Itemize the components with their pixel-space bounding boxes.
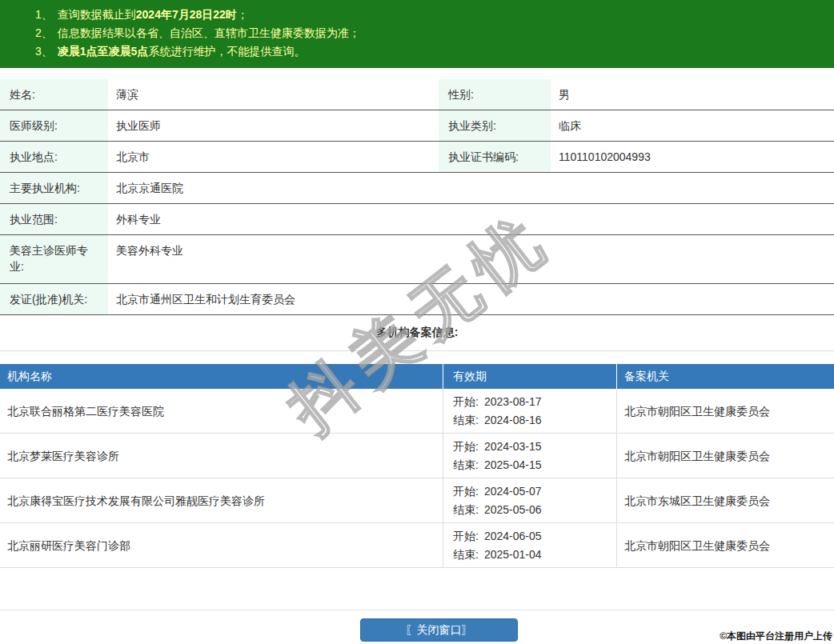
header-validity-period: 有效期 <box>443 364 616 389</box>
header-filing-authority: 备案机关 <box>616 364 834 389</box>
practice-category-label: 执业类别: <box>439 110 551 141</box>
name-label: 姓名: <box>0 79 108 110</box>
main-institution-label: 主要执业机构: <box>0 173 108 203</box>
gender-label: 性别: <box>439 79 551 110</box>
start-date-line: 开始:2024-06-05 <box>453 527 542 546</box>
end-date: 2024-08-16 <box>484 414 542 426</box>
end-date-line: 结束:2024-08-16 <box>453 411 542 430</box>
profile-row-name-gender: 姓名: 薄滨 性别: 男 <box>0 79 834 110</box>
notice-number: 1、 <box>35 8 53 21</box>
start-date: 2024-05-07 <box>484 485 542 498</box>
practice-scope-value: 外科专业 <box>108 204 834 234</box>
start-label: 开始: <box>453 440 479 453</box>
notice-line-2: 2、信息数据结果以各省、自治区、直辖市卫生健康委数据为准； <box>35 24 818 42</box>
gender-value: 男 <box>551 79 834 110</box>
start-date-line: 开始:2024-05-07 <box>453 482 542 501</box>
issuing-authority-label: 发证(批准)机关: <box>0 284 108 314</box>
validity-period: 开始:2024-06-05 结束:2025-01-04 <box>443 523 616 567</box>
doctor-level-label: 医师级别: <box>0 110 108 141</box>
org-name: 北京丽研医疗美容门诊部 <box>0 523 443 567</box>
filing-row-4: 北京丽研医疗美容门诊部 开始:2024-06-05 结束:2025-01-04 … <box>0 523 834 568</box>
filing-row-3: 北京康得宝医疗技术发展有限公司雅靓医疗美容诊所 开始:2024-05-07 结束… <box>0 478 834 523</box>
notice-text: 信息数据结果以各省、自治区、直辖市卫生健康委数据为准； <box>58 26 360 39</box>
notice-text-bold: 2024年7月28日22时 <box>136 8 237 21</box>
doctor-profile-table: 姓名: 薄滨 性别: 男 医师级别: 执业医师 执业类别: 临床 执业地点: 北… <box>0 79 834 315</box>
filing-authority: 北京市朝阳区卫生健康委员会 <box>616 434 834 478</box>
header-org-name: 机构名称 <box>0 364 443 389</box>
start-date: 2023-08-17 <box>484 395 542 408</box>
footer-divider <box>0 610 834 610</box>
end-label: 结束: <box>453 548 479 561</box>
notice-banner: 1、查询数据截止到2024年7月28日22时； 2、信息数据结果以各省、自治区、… <box>0 0 834 68</box>
close-window-button[interactable]: 〖关闭窗口〗 <box>360 618 518 642</box>
cosmetic-specialty-value: 美容外科专业 <box>108 235 834 283</box>
end-label: 结束: <box>453 458 479 471</box>
filing-authority: 北京市东城区卫生健康委员会 <box>616 478 834 522</box>
org-name: 北京梦莱医疗美容诊所 <box>0 434 443 478</box>
start-date-line: 开始:2024-03-15 <box>453 438 542 456</box>
end-date-line: 结束:2025-04-15 <box>453 456 542 474</box>
notice-number: 2、 <box>35 26 53 39</box>
practice-location-label: 执业地点: <box>0 142 108 172</box>
section-divider <box>0 350 834 351</box>
practice-scope-label: 执业范围: <box>0 204 108 234</box>
filing-row-1: 北京联合丽格第二医疗美容医院 开始:2023-08-17 结束:2024-08-… <box>0 389 834 434</box>
name-value: 薄滨 <box>108 79 439 110</box>
practice-location-value: 北京市 <box>108 142 439 172</box>
filing-authority: 北京市朝阳区卫生健康委员会 <box>616 523 834 567</box>
profile-row-cosmetic-specialty: 美容主诊医师专业: 美容外科专业 <box>0 235 834 284</box>
profile-row-practice-scope: 执业范围: 外科专业 <box>0 204 834 235</box>
notice-text: 查询数据截止到 <box>58 8 136 21</box>
end-label: 结束: <box>453 503 479 516</box>
start-label: 开始: <box>453 485 479 498</box>
profile-row-main-institution: 主要执业机构: 北京京通医院 <box>0 173 834 204</box>
issuing-authority-value: 北京市通州区卫生和计划生育委员会 <box>108 284 834 314</box>
copyright-watermark-text: ©本图由平台注册用户上传 <box>720 630 832 643</box>
certificate-number-label: 执业证书编码: <box>439 142 551 172</box>
practice-category-value: 临床 <box>551 110 834 141</box>
cosmetic-specialty-label: 美容主诊医师专业: <box>0 235 108 283</box>
start-date-line: 开始:2023-08-17 <box>453 393 542 411</box>
notice-line-3: 3、凌晨1点至凌晨5点系统进行维护，不能提供查询。 <box>35 42 818 61</box>
validity-period: 开始:2024-05-07 结束:2025-05-06 <box>443 478 616 522</box>
validity-period: 开始:2024-03-15 结束:2025-04-15 <box>443 434 616 478</box>
profile-row-location-certno: 执业地点: 北京市 执业证书编码: 110110102004993 <box>0 142 834 173</box>
certificate-number-value: 110110102004993 <box>551 142 834 172</box>
notice-text: ； <box>237 8 248 21</box>
doctor-level-value: 执业医师 <box>108 110 439 141</box>
org-name: 北京康得宝医疗技术发展有限公司雅靓医疗美容诊所 <box>0 478 443 522</box>
profile-row-level-category: 医师级别: 执业医师 执业类别: 临床 <box>0 110 834 142</box>
start-date: 2024-03-15 <box>484 440 542 453</box>
notice-number: 3、 <box>35 45 53 58</box>
end-label: 结束: <box>453 414 479 426</box>
filing-row-2: 北京梦莱医疗美容诊所 开始:2024-03-15 结束:2025-04-15 北… <box>0 434 834 478</box>
org-name: 北京联合丽格第二医疗美容医院 <box>0 389 443 433</box>
profile-row-issuing-authority: 发证(批准)机关: 北京市通州区卫生和计划生育委员会 <box>0 284 834 315</box>
start-date: 2024-06-05 <box>484 530 542 542</box>
end-date: 2025-04-15 <box>484 458 542 471</box>
notice-line-1: 1、查询数据截止到2024年7月28日22时； <box>35 6 818 24</box>
notice-text-bold: 凌晨1点至凌晨5点 <box>58 45 149 58</box>
main-institution-value: 北京京通医院 <box>108 173 834 203</box>
end-date: 2025-05-06 <box>484 503 542 516</box>
notice-text: 系统进行维护，不能提供查询。 <box>148 45 305 58</box>
filing-table-header: 机构名称 有效期 备案机关 <box>0 364 834 389</box>
end-date-line: 结束:2025-01-04 <box>453 546 542 564</box>
end-date: 2025-01-04 <box>484 548 542 561</box>
filing-table: 机构名称 有效期 备案机关 北京联合丽格第二医疗美容医院 开始:2023-08-… <box>0 364 834 568</box>
start-label: 开始: <box>453 395 479 408</box>
start-label: 开始: <box>453 530 479 542</box>
end-date-line: 结束:2025-05-06 <box>453 501 542 519</box>
multi-institution-section-title: 多机构备案信息: <box>0 324 834 340</box>
filing-authority: 北京市朝阳区卫生健康委员会 <box>616 389 834 433</box>
validity-period: 开始:2023-08-17 结束:2024-08-16 <box>443 389 616 433</box>
